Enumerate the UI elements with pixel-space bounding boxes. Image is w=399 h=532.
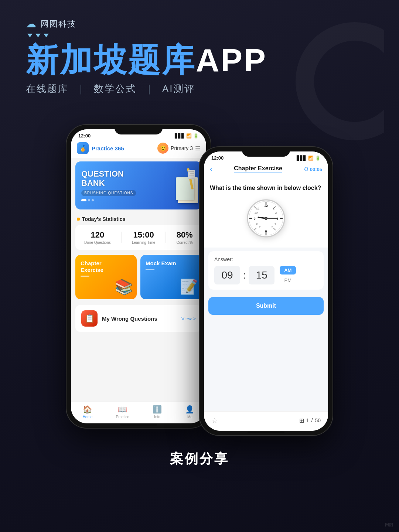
dot-2 — [88, 199, 90, 201]
dot-1 — [81, 199, 86, 201]
right-notch — [242, 147, 290, 157]
app-logo: 🏅 Practice 365 — [77, 142, 124, 154]
title-cn: 新加坡题库 — [26, 42, 196, 78]
stat-correct-value: 80% — [176, 230, 192, 240]
right-topbar: ‹ Chapter Exercise ⏱ 00:05 — [204, 162, 328, 178]
answer-area: Answer: 09 : 15 AM PM — [208, 251, 324, 290]
wrong-questions-row[interactable]: 📋 My Wrong Questions View > — [75, 305, 202, 332]
submit-button[interactable]: Submit — [208, 297, 324, 315]
right-phone: 12:00 ▋▋▋ 📶 🔋 ‹ Chapter Exercise ⏱ 00:05 — [200, 147, 332, 435]
wrong-icon-box: 📋 — [81, 310, 98, 327]
right-bottom-bar: ☆ ⊞ 1 / 50 — [204, 411, 328, 431]
right-time: 12:00 — [211, 155, 224, 161]
analog-clock: 12 3 6 9 1 2 4 5 7 8 10 11 — [246, 198, 286, 239]
nav-me[interactable]: 👤 Me — [185, 405, 194, 419]
chapter-exercise-card[interactable]: ChapterExercise 📚 — [75, 255, 137, 299]
left-time: 12:00 — [78, 133, 91, 139]
right-status-icons: ▋▋▋ 📶 🔋 — [297, 156, 321, 161]
am-button[interactable]: AM — [280, 266, 296, 274]
main-title: 新加坡题库APP — [26, 44, 373, 76]
time-input-row: 09 : 15 AM PM — [214, 266, 318, 284]
grid-icon: ⊞ — [299, 417, 304, 424]
arrow-2 — [35, 34, 41, 37]
svg-text:9: 9 — [253, 217, 255, 221]
left-topbar: 🏅 Practice 365 😊 Primary 3 ☰ — [71, 140, 206, 158]
sep-2: ｜ — [144, 83, 155, 94]
timer-display: ⏱ 00:05 — [304, 167, 322, 172]
title-app: APP — [196, 42, 267, 78]
wrong-view-btn[interactable]: View > — [181, 316, 196, 321]
book-icon: 📚 — [115, 278, 133, 296]
banner-image — [170, 161, 198, 209]
card-line-2 — [146, 269, 154, 270]
battery-icon: 🔋 — [193, 133, 199, 139]
user-avatar: 😊 — [157, 143, 168, 154]
banner: QUESTION BANK BRUSHING QUESTIONS — [75, 161, 202, 209]
left-phone: 12:00 ▋▋▋ 📶 🔋 🏅 Practice 365 😊 — [66, 125, 211, 428]
nav-me-label: Me — [187, 415, 192, 419]
nav-info[interactable]: ℹ️ Info — [153, 405, 162, 419]
banner-subtitle: BRUSHING QUESTIONS — [81, 190, 136, 196]
hour-input[interactable]: 09 — [214, 266, 240, 284]
nav-practice[interactable]: 📖 Practice — [116, 405, 129, 419]
question-text: What is the time shown in below clock? — [210, 184, 322, 192]
right-battery-icon: 🔋 — [315, 156, 321, 161]
timer-icon: ⏱ — [304, 167, 308, 172]
chapter-title: Chapter Exercise — [234, 165, 282, 173]
stat-done-questions: 120 Done Questions — [84, 230, 111, 245]
minute-input[interactable]: 15 — [249, 266, 274, 284]
stat-done-label: Done Questions — [84, 241, 111, 245]
svg-text:2: 2 — [275, 211, 277, 214]
stat-learning-time: 15:00 Learning Time — [132, 230, 155, 245]
phones-container: 12:00 ▋▋▋ 📶 🔋 🏅 Practice 365 😊 — [0, 114, 399, 435]
bottom-nav: 🏠 Home 📖 Practice ℹ️ Info 👤 Me — [71, 402, 206, 423]
arrow-3 — [44, 34, 49, 37]
stats-row: 120 Done Questions 15:00 Learning Time 8… — [75, 225, 202, 250]
practice-nav-icon: 📖 — [118, 405, 127, 414]
exam-icon: 📝 — [180, 278, 198, 296]
stat-done-value: 120 — [84, 230, 111, 240]
svg-text:8: 8 — [256, 222, 258, 225]
stat-divider-1 — [121, 232, 122, 243]
nav-info-label: Info — [154, 415, 160, 419]
stat-correct-label: Correct % — [176, 241, 192, 245]
nav-practice-label: Practice — [116, 415, 129, 419]
sep-1: ｜ — [76, 83, 86, 94]
right-wifi-icon: 📶 — [308, 156, 314, 161]
subtitle: 在线题库 ｜ 数学公式 ｜ AI测评 — [26, 82, 373, 95]
svg-text:7: 7 — [259, 226, 261, 229]
brand-name: 网图科技 — [41, 18, 76, 30]
star-icon[interactable]: ☆ — [211, 416, 218, 425]
wrong-label: My Wrong Questions — [102, 316, 177, 322]
stat-time-label: Learning Time — [132, 241, 155, 245]
question-area: What is the time shown in below clock? — [204, 178, 328, 248]
app-logo-text: Practice 365 — [92, 145, 124, 151]
me-nav-icon: 👤 — [185, 405, 194, 414]
nav-home[interactable]: 🏠 Home — [83, 405, 93, 419]
right-screen: 12:00 ▋▋▋ 📶 🔋 ‹ Chapter Exercise ⏱ 00:05 — [204, 151, 328, 431]
stats-title: Today's Statistics — [82, 216, 125, 222]
mock-exam-card[interactable]: Mock Exam 📝 — [140, 255, 202, 299]
page-total: 50 — [315, 417, 321, 423]
stat-time-value: 15:00 — [132, 230, 155, 240]
home-nav-icon: 🏠 — [83, 405, 92, 414]
header: ☁ 网图科技 新加坡题库APP 在线题库 ｜ 数学公式 ｜ AI测评 — [0, 0, 399, 95]
user-grade: Primary 3 — [171, 145, 193, 151]
arrow-row — [26, 34, 373, 37]
menu-icon[interactable]: ☰ — [195, 145, 200, 152]
chapter-exercise-title: ChapterExercise — [81, 260, 132, 273]
cloud-icon: ☁ — [26, 18, 36, 30]
pm-button[interactable]: PM — [280, 276, 296, 284]
stat-correct-pct: 80% Correct % — [176, 230, 192, 245]
info-nav-icon: ℹ️ — [153, 405, 162, 414]
left-home-indicator — [120, 424, 157, 426]
svg-text:4: 4 — [274, 222, 276, 225]
section-dot — [77, 218, 80, 221]
arrow-1 — [27, 34, 33, 37]
nav-home-label: Home — [83, 415, 93, 419]
svg-point-26 — [265, 218, 267, 219]
svg-text:6: 6 — [265, 229, 267, 233]
back-button[interactable]: ‹ — [210, 164, 212, 174]
left-notch — [115, 125, 163, 134]
clock-image: 12 3 6 9 1 2 4 5 7 8 10 11 — [210, 192, 322, 245]
